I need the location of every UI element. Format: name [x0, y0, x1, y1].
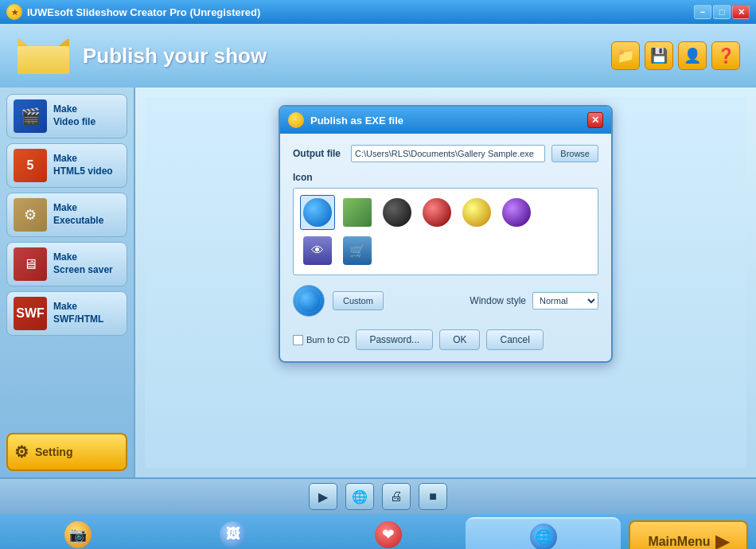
content-area: Publish as EXE file ✕ Output file Browse…	[135, 88, 756, 477]
output-file-row: Output file Browse	[293, 145, 598, 162]
exec-icon: ⚙	[14, 198, 47, 232]
icon-ball-purple[interactable]	[499, 195, 534, 230]
output-file-label: Output file	[293, 148, 345, 159]
dialog-body: Output file Browse Icon	[280, 134, 611, 361]
play-button[interactable]: ▶	[309, 483, 337, 510]
dialog-icon	[288, 112, 304, 128]
sidebar: 🎬 MakeVideo file 5 MakeHTML5 video ⚙ Mak…	[0, 88, 135, 477]
dialog-title: Publish as EXE file	[310, 115, 403, 127]
header: Publish your show 📁 💾 👤 ❓	[0, 24, 756, 88]
dark-ball-icon	[383, 198, 411, 227]
burn-cd-check: Burn to CD	[293, 335, 349, 345]
cancel-button[interactable]: Cancel	[486, 329, 543, 350]
lock-eye-icon: 👁	[303, 236, 332, 265]
sidebar-item-video[interactable]: 🎬 MakeVideo file	[6, 94, 127, 138]
main-menu-arrow-icon: ▶	[715, 531, 729, 549]
publish-dialog: Publish as EXE file ✕ Output file Browse…	[279, 105, 613, 363]
custom-icon-preview	[293, 285, 325, 317]
sidebar-item-screen[interactable]: 🖥 MakeScreen saver	[6, 242, 127, 286]
lock-cart-icon: 🛒	[343, 236, 372, 265]
film-icon	[343, 198, 372, 227]
open-folder-button[interactable]: 📁	[611, 41, 640, 70]
icon-row-1	[300, 195, 591, 230]
tab-template[interactable]: 🖼 Template	[155, 514, 310, 549]
decorate-tab-icon: ❤	[375, 521, 402, 548]
icon-lock-eye[interactable]: 👁	[300, 233, 335, 268]
burn-cd-checkbox[interactable]	[293, 335, 303, 345]
user-button[interactable]: 👤	[678, 41, 707, 70]
icon-ball-dark[interactable]	[380, 195, 415, 230]
app-icon: ★	[6, 4, 22, 20]
main-area: 🎬 MakeVideo file 5 MakeHTML5 video ⚙ Mak…	[0, 88, 756, 477]
swf-icon: SWF	[14, 297, 47, 330]
icon-globe[interactable]	[300, 195, 335, 230]
template-tab-icon: 🖼	[220, 521, 247, 548]
custom-row: Custom Window style Normal Maximized Min…	[293, 285, 598, 317]
icon-grid: 👁 🛒	[293, 188, 598, 275]
window-style-group: Window style Normal Maximized Minimized …	[470, 292, 598, 310]
dialog-title-bar: Publish as EXE file ✕	[280, 107, 611, 134]
icon-film[interactable]	[340, 195, 375, 230]
red-ball-icon	[423, 198, 451, 227]
sidebar-item-swf-label: MakeSWF/HTML	[53, 301, 103, 325]
header-tools: 📁 💾 👤 ❓	[611, 41, 740, 70]
password-button[interactable]: Password...	[356, 329, 433, 350]
stop-button[interactable]: ■	[419, 483, 447, 510]
playback-bar: ▶ 🌐 🖨 ■	[0, 477, 756, 514]
custom-button[interactable]: Custom	[333, 291, 384, 310]
ok-button[interactable]: OK	[439, 329, 480, 350]
sidebar-item-screen-label: MakeScreen saver	[53, 251, 113, 276]
burn-cd-label: Burn to CD	[306, 335, 349, 345]
title-bar: ★ IUWEsoft Slideshow Creator Pro (Unregi…	[0, 0, 756, 24]
dialog-title-left: Publish as EXE file	[288, 112, 403, 128]
yellow-ball-icon	[462, 198, 491, 227]
help-button[interactable]: ❓	[711, 41, 740, 70]
dialog-close-button[interactable]: ✕	[587, 112, 603, 128]
sidebar-item-exec[interactable]: ⚙ MakeExecutable	[6, 193, 127, 237]
icon-row-2: 👁 🛒	[300, 233, 591, 268]
gear-icon: ⚙	[14, 442, 29, 461]
app-logo	[16, 34, 72, 78]
sidebar-item-video-label: MakeVideo file	[53, 103, 95, 128]
video-icon: 🎬	[14, 99, 47, 133]
main-menu-label: MainMenu	[648, 535, 710, 549]
web-preview-button[interactable]: 🌐	[345, 483, 374, 510]
sidebar-item-exec-label: MakeExecutable	[53, 202, 103, 227]
window-style-label: Window style	[470, 295, 526, 306]
setting-button[interactable]: ⚙ Setting	[6, 433, 127, 471]
icon-ball-yellow[interactable]	[459, 195, 494, 230]
sidebar-item-html5[interactable]: 5 MakeHTML5 video	[6, 143, 127, 188]
custom-preview-globe	[298, 290, 320, 312]
html5-icon: 5	[14, 149, 47, 182]
purple-ball-icon	[502, 198, 531, 227]
icon-lock-cart[interactable]: 🛒	[340, 233, 375, 268]
tab-publish[interactable]: 🌐 Publish	[466, 517, 621, 549]
logo-envelope-front	[18, 46, 69, 74]
print-button[interactable]: 🖨	[382, 483, 411, 510]
minimize-button[interactable]: −	[694, 5, 711, 19]
tab-bar: 📷 Photo 🖼 Template ❤ Decorate 🌐 Publish …	[0, 514, 756, 549]
close-button[interactable]: ✕	[732, 5, 750, 19]
screen-icon: 🖥	[14, 247, 47, 281]
save-button[interactable]: 💾	[645, 41, 673, 70]
main-menu-button[interactable]: MainMenu ▶	[629, 520, 748, 549]
maximize-button[interactable]: □	[713, 5, 731, 19]
setting-label: Setting	[35, 446, 72, 458]
publish-tab-icon: 🌐	[530, 524, 557, 550]
output-file-input[interactable]	[351, 145, 545, 162]
icon-label: Icon	[293, 172, 598, 183]
sidebar-item-swf[interactable]: SWF MakeSWF/HTML	[6, 291, 127, 336]
tab-photo[interactable]: 📷 Photo	[0, 514, 155, 549]
page-title: Publish your show	[83, 44, 267, 68]
header-left: Publish your show	[16, 34, 267, 78]
window-style-select[interactable]: Normal Maximized Minimized Kiosk	[532, 292, 598, 310]
tab-decorate[interactable]: ❤ Decorate	[310, 514, 466, 549]
photo-tab-icon: 📷	[64, 521, 92, 548]
icon-ball-red[interactable]	[419, 195, 454, 230]
browse-button[interactable]: Browse	[551, 145, 598, 162]
window-controls: − □ ✕	[694, 5, 750, 19]
dialog-bottom-row: Burn to CD Password... OK Cancel	[293, 326, 598, 350]
sidebar-item-html5-label: MakeHTML5 video	[53, 153, 113, 177]
icon-section: Icon	[293, 172, 598, 275]
globe-icon	[303, 198, 332, 227]
